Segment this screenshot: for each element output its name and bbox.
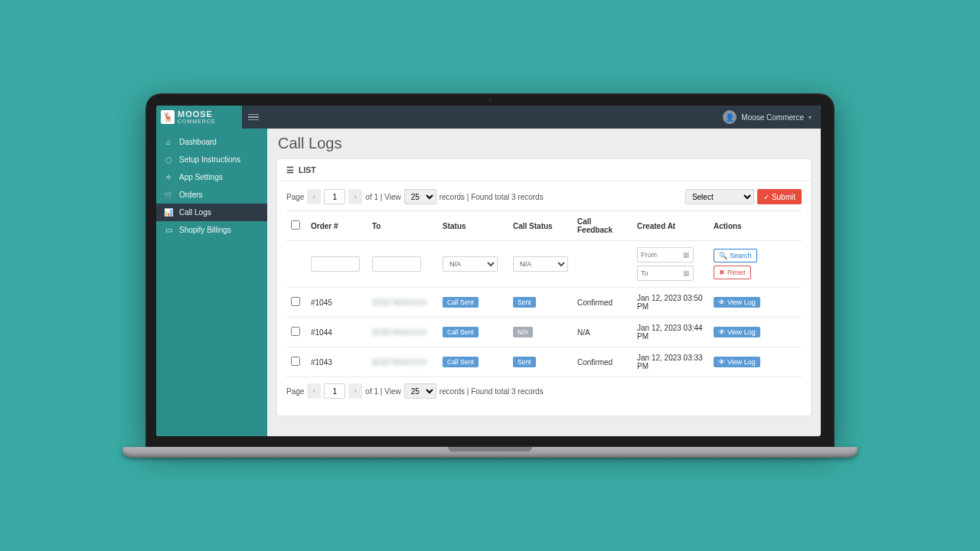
status-badge: Call Sent [443, 327, 479, 337]
sidebar-icon: ▭ [164, 226, 173, 234]
sidebar-item-label: Dashboard [179, 138, 217, 146]
col-call-status: Call Status [508, 211, 573, 241]
reset-button[interactable]: ✖ Reset [714, 266, 751, 279]
row-checkbox[interactable] [291, 297, 300, 306]
eye-icon: 👁 [718, 298, 725, 306]
bulk-action-select[interactable]: Select [685, 189, 754, 204]
sidebar-item-dashboard[interactable]: ⌂Dashboard [156, 133, 267, 151]
sidebar: ⌂Dashboard◌Setup Instructions✧App Settin… [156, 129, 267, 436]
chevron-down-icon: ▾ [808, 114, 812, 121]
col-to: To [368, 211, 438, 241]
page-of-text: of 1 | View [365, 193, 400, 201]
filter-to-input[interactable] [372, 256, 421, 272]
filter-order-input[interactable] [311, 256, 360, 272]
table-row: #104592307454XXXXCall SentSentConfirmedJ… [286, 288, 802, 318]
filter-date-from-input[interactable] [637, 247, 694, 262]
cell-to: 92307454XXXX [368, 318, 438, 347]
row-checkbox[interactable] [291, 357, 300, 366]
page-of-text: of 1 | View [365, 387, 400, 396]
prev-page-button[interactable]: ‹ [307, 383, 321, 399]
row-checkbox[interactable] [291, 327, 300, 336]
pagination-top: Page ‹ › of 1 | View 25 records | Found … [286, 189, 802, 204]
cell-created: Jan 12, 2023 03:33 PM [632, 347, 709, 377]
view-log-button[interactable]: 👁View Log [714, 327, 760, 337]
view-log-button[interactable]: 👁View Log [714, 297, 760, 308]
cell-to: 92307454XXXX [368, 288, 438, 318]
prev-page-button[interactable]: ‹ [307, 189, 321, 204]
filter-call-status-select[interactable]: N/A [513, 256, 568, 272]
page-input[interactable] [324, 189, 345, 204]
user-name: Moose Commerce [741, 113, 804, 122]
moose-icon: 🦌 [161, 110, 175, 124]
eye-icon: 👁 [718, 328, 725, 336]
table-row: #104492307454XXXXCall SentN/AN/AJan 12, … [286, 318, 802, 347]
col-actions: Actions [709, 211, 802, 241]
filter-date-to-input[interactable] [637, 266, 694, 281]
cell-order: #1044 [306, 318, 368, 347]
sidebar-item-setup-instructions[interactable]: ◌Setup Instructions [156, 151, 267, 168]
sidebar-item-app-settings[interactable]: ✧App Settings [156, 168, 267, 186]
call-logs-table: Order # To Status Call Status Call Feedb… [286, 210, 802, 377]
cell-order: #1045 [306, 288, 368, 318]
cell-order: #1043 [306, 347, 368, 377]
per-page-select[interactable]: 25 [404, 189, 436, 204]
sidebar-item-label: Call Logs [179, 208, 211, 217]
sidebar-item-label: App Settings [179, 173, 223, 181]
sidebar-item-call-logs[interactable]: 📊Call Logs [156, 204, 267, 221]
col-call-feedback: Call Feedback [573, 211, 632, 241]
call-status-badge: Sent [513, 297, 536, 308]
user-avatar-icon: 👤 [723, 110, 737, 124]
records-text: records | Found total 3 records [439, 387, 544, 396]
close-icon: ✖ [719, 269, 725, 276]
sidebar-icon: ✧ [164, 173, 173, 181]
select-all-checkbox[interactable] [291, 220, 300, 230]
page-label: Page [286, 387, 304, 396]
view-log-button[interactable]: 👁View Log [714, 357, 760, 367]
sidebar-item-label: Orders [179, 191, 203, 199]
panel-title: LIST [299, 165, 316, 174]
cell-created: Jan 12, 2023 03:50 PM [632, 288, 709, 318]
next-page-button[interactable]: › [348, 383, 362, 399]
sidebar-icon: 📊 [164, 208, 173, 217]
next-page-button[interactable]: › [348, 189, 362, 204]
sidebar-icon: ◌ [164, 155, 173, 164]
sidebar-item-label: Setup Instructions [179, 155, 240, 164]
page-input[interactable] [324, 383, 345, 399]
brand-line2: COMMERCE [178, 119, 216, 124]
cell-to: 92307454XXXX [368, 347, 438, 377]
page-title: Call Logs [267, 129, 821, 158]
brand-logo: 🦌 MOOSE COMMERCE [156, 106, 242, 129]
col-created-at: Created At [632, 211, 709, 241]
cell-feedback: Confirmed [573, 288, 632, 318]
sidebar-item-orders[interactable]: 🛒Orders [156, 186, 267, 204]
cell-feedback: N/A [573, 318, 632, 347]
sidebar-item-label: Shopify Billings [179, 226, 231, 234]
user-menu[interactable]: 👤 Moose Commerce ▾ [723, 110, 812, 124]
sidebar-icon: 🛒 [164, 191, 173, 199]
call-status-badge: N/A [513, 327, 533, 337]
table-row: #104392307454XXXXCall SentSentConfirmedJ… [286, 347, 802, 377]
records-text: records | Found total 3 records [439, 193, 544, 201]
search-icon: 🔍 [719, 252, 727, 259]
cell-feedback: Confirmed [573, 347, 632, 377]
sidebar-item-shopify-billings[interactable]: ▭Shopify Billings [156, 221, 267, 239]
status-badge: Call Sent [443, 297, 479, 308]
panel-header: ☰ LIST [277, 159, 811, 181]
col-status: Status [438, 211, 508, 241]
status-badge: Call Sent [443, 357, 479, 367]
filter-status-select[interactable]: N/A [443, 256, 498, 272]
col-order: Order # [306, 211, 368, 241]
sidebar-toggle-button[interactable] [248, 114, 259, 121]
bulk-submit-button[interactable]: ✓ Submit [757, 189, 802, 204]
check-icon: ✓ [763, 193, 769, 201]
list-icon: ☰ [286, 165, 294, 174]
brand-line1: MOOSE [178, 110, 216, 119]
search-button[interactable]: 🔍 Search [714, 249, 757, 262]
page-label: Page [286, 193, 304, 201]
call-status-badge: Sent [513, 357, 536, 367]
eye-icon: 👁 [718, 358, 725, 366]
per-page-select[interactable]: 25 [404, 383, 436, 399]
sidebar-icon: ⌂ [164, 138, 173, 146]
cell-created: Jan 12, 2023 03:44 PM [632, 318, 709, 347]
pagination-bottom: Page ‹ › of 1 | View 25 records | Found … [286, 383, 802, 399]
